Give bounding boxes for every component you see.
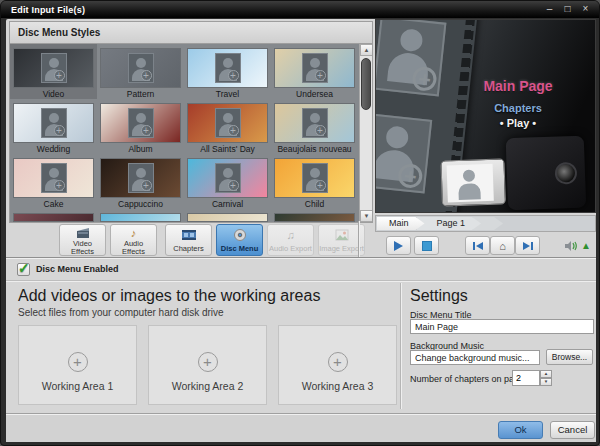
thumbnail-label: Travel	[184, 89, 271, 99]
add-icon: +	[228, 125, 239, 136]
menu-play-link[interactable]: • Play •	[463, 117, 573, 129]
style-thumbnail-travel[interactable]: + Travel	[184, 44, 271, 99]
thumbnail-label: Cappuccino	[97, 199, 184, 209]
style-thumbnail-beaujolais[interactable]: + Beaujolais nouveau	[271, 99, 358, 154]
close-button[interactable]: ×	[580, 2, 591, 16]
thumbnail-label: All Saints' Day	[184, 144, 271, 154]
settings-heading: Settings	[410, 287, 468, 305]
tab-page-1[interactable]: Page 1	[417, 217, 482, 230]
spinner-up-icon[interactable]: ▲	[540, 370, 552, 378]
add-icon: +	[68, 352, 88, 372]
thumbnail-label: Wedding	[10, 144, 97, 154]
add-icon: +	[315, 125, 326, 136]
disc-menu-enabled-label: Disc Menu Enabled	[36, 264, 119, 274]
window-controls: – □ ×	[544, 2, 591, 16]
placeholder-person-icon: +	[215, 53, 241, 83]
style-thumbnail-undersea[interactable]: + Undersea	[271, 44, 358, 99]
menu-text-block: Main Page Chapters • Play •	[463, 78, 573, 129]
browse-button[interactable]: Browse...	[546, 349, 593, 365]
scrollbar-thumb[interactable]	[361, 58, 371, 110]
thumbnail-label: Beaujolais nouveau	[271, 144, 358, 154]
style-thumbnail-pattern[interactable]: + Pattern	[97, 44, 184, 99]
next-page-button[interactable]	[515, 236, 540, 255]
add-icon: +	[141, 125, 152, 136]
style-thumbnail-wedding[interactable]: + Wedding	[10, 99, 97, 154]
placeholder-person-icon: +	[215, 163, 241, 193]
style-thumbnail-cappuccino[interactable]: + Cappuccino	[97, 154, 184, 209]
add-icon: +	[54, 125, 65, 136]
camcorder-lens	[555, 162, 578, 185]
thumbnail-label: Video	[10, 89, 97, 99]
disc-menu-enabled-checkbox[interactable]: ✓	[17, 263, 30, 276]
disc-menu-title-input[interactable]	[410, 319, 594, 334]
chapters-button[interactable]: Chapters	[165, 224, 212, 256]
working-area-3[interactable]: + Working Area 3	[278, 325, 397, 405]
add-subheading: Select files from your computer hard dis…	[18, 307, 224, 318]
style-thumbnail-partial[interactable]	[13, 213, 94, 222]
style-thumbnail-all-saints-day[interactable]: + All Saints' Day	[184, 99, 271, 154]
next-icon	[522, 241, 534, 251]
scroll-down-icon[interactable]: ▼	[360, 210, 373, 222]
placeholder-person-icon: +	[128, 163, 154, 193]
placeholder-person-icon: +	[128, 53, 154, 83]
minimize-button[interactable]: –	[544, 2, 555, 16]
placeholder-person-icon: +	[128, 108, 154, 138]
play-button[interactable]	[386, 236, 411, 255]
style-thumbnail-child[interactable]: + Child	[271, 154, 358, 209]
style-thumbnail-video[interactable]: + Video	[10, 44, 97, 99]
audio-effects-button[interactable]: ♪ Audio Effects	[110, 224, 157, 256]
placeholder-person-icon: +	[302, 163, 328, 193]
menu-chapters-link[interactable]: Chapters	[463, 102, 573, 114]
add-icon: +	[141, 70, 152, 81]
title-bar: Edit Input File(s) – □ ×	[1, 1, 599, 18]
home-page-button[interactable]: ⌂	[490, 236, 515, 255]
add-icon: +	[228, 70, 239, 81]
stop-button[interactable]	[414, 236, 439, 255]
chapters-count-input[interactable]	[512, 370, 540, 386]
ok-button[interactable]: Ok	[498, 421, 543, 439]
volume-popup-button[interactable]: ▲	[580, 236, 592, 255]
spinner-down-icon[interactable]: ▼	[540, 378, 552, 386]
footer-bar: Ok Cancel	[6, 413, 596, 442]
style-thumbnail-partial[interactable]	[100, 213, 181, 222]
lower-section: Add videos or images to the working area…	[6, 281, 596, 413]
add-icon: +	[54, 180, 65, 191]
video-placeholder-frame[interactable]: +	[375, 19, 446, 96]
menu-title-text[interactable]: Main Page	[463, 78, 573, 94]
preview-page-tabs: Main Page 1	[375, 215, 596, 232]
audio-export-button[interactable]: ♫ Audio Export	[267, 224, 314, 256]
maximize-button[interactable]: □	[562, 2, 573, 16]
placeholder-person-icon: +	[41, 163, 67, 193]
preview-transport-controls: ⌂ ▲	[375, 235, 596, 257]
tab-main[interactable]: Main	[377, 217, 425, 230]
add-icon: +	[141, 180, 152, 191]
video-placeholder-frame[interactable]: +	[375, 113, 432, 193]
separator	[6, 257, 596, 258]
chapters-spinner: ▲ ▼	[512, 370, 552, 386]
thumbnail-label: Carnival	[184, 199, 271, 209]
cancel-button[interactable]: Cancel	[550, 421, 595, 439]
scroll-up-icon[interactable]: ▲	[360, 44, 373, 56]
chapters-icon	[166, 229, 211, 242]
working-area-2[interactable]: + Working Area 2	[148, 325, 267, 405]
audio-export-icon: ♫	[268, 229, 313, 242]
gallery-scrollbar[interactable]: ▲ ▼	[359, 44, 372, 222]
speaker-button[interactable]	[563, 236, 579, 255]
add-icon: +	[54, 70, 65, 81]
gallery-header: Disc Menu Styles	[9, 21, 373, 43]
style-thumbnail-album[interactable]: + Album	[97, 99, 184, 154]
edit-toolbar: Video Effects ♪ Audio Effects Chapters D…	[9, 223, 373, 257]
style-thumbnail-partial[interactable]	[187, 213, 268, 222]
disc-menu-button[interactable]: Disc Menu	[216, 224, 263, 256]
style-thumbnail-cake[interactable]: + Cake	[10, 154, 97, 209]
thumbnail-label: Child	[271, 199, 358, 209]
background-music-input[interactable]	[410, 350, 540, 365]
volume-up-icon: ▲	[581, 240, 591, 251]
previous-page-button[interactable]	[465, 236, 490, 255]
working-area-1[interactable]: + Working Area 1	[18, 325, 137, 405]
placeholder-person-icon: +	[302, 53, 328, 83]
video-effects-button[interactable]: Video Effects	[59, 224, 106, 256]
style-thumbnail-carnival[interactable]: + Carnival	[184, 154, 271, 209]
style-thumbnail-partial[interactable]	[274, 213, 355, 222]
placeholder-person-icon: +	[41, 108, 67, 138]
